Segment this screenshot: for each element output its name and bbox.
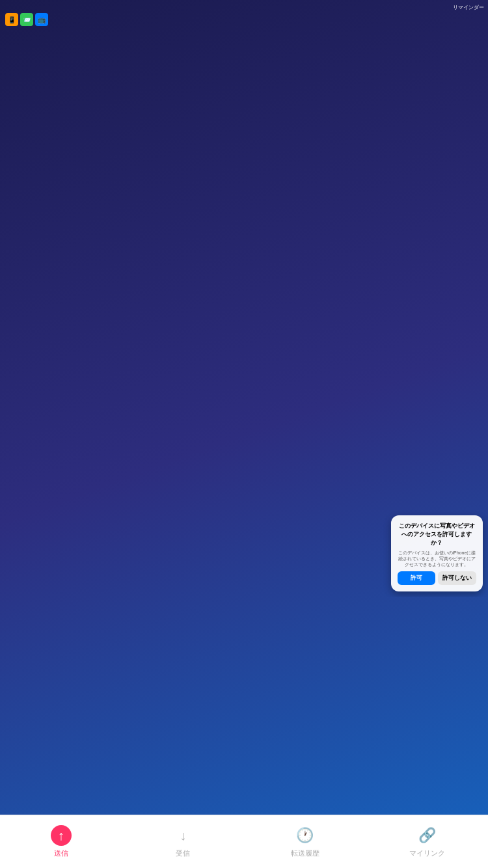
bottom-tab-mylink[interactable]: 🔗 マイリンク — [366, 820, 489, 863]
permission-dialog: このデバイスに写真やビデオへのアクセスを許可しますか？ このデバイスは、お使いの… — [391, 515, 483, 591]
send-tab-label: 送信 — [54, 848, 68, 858]
bottom-tab-bar: ↑ 送信 ↓ 受信 🕐 転送履歴 🔗 マイリンク — [0, 815, 488, 868]
mixed-section: ドキュメント 2016/07/27 • 0 KB 🏞 画像 2016/03/20… — [0, 348, 488, 631]
dialog-screenshot[interactable]: リマインダー 📱 📨 📺 このデバイスに写真やビデオへのアクセスを許可しますか？… — [370, 473, 488, 597]
bottom-tab-history[interactable]: 🕐 転送履歴 — [244, 820, 366, 863]
bottom-tab-receive[interactable]: ↓ 受信 — [122, 820, 245, 863]
photo-grid-container: 450 Z つ X さ C ⊞ Alt — [122, 348, 488, 631]
allow-button[interactable]: 許可 — [398, 571, 436, 585]
photo-bottom-row: ようこそ Apple Musicへ 今持っている音楽も、これから出会う音楽も、す… — [122, 473, 488, 597]
content-area: 2月13日 1枚の写真 写真と動画を保存 ★★★★★ 1,500 120 725 — [0, 93, 488, 714]
receive-tab-label: 受信 — [176, 848, 190, 858]
send-tab-icon: ↑ — [51, 825, 72, 846]
mylink-tab-icon: 🔗 — [416, 825, 437, 846]
mylink-tab-label: マイリンク — [409, 848, 445, 858]
receive-tab-icon: ↓ — [172, 825, 193, 846]
history-tab-label: 転送履歴 — [291, 848, 319, 858]
bottom-tab-send[interactable]: ↑ 送信 — [0, 820, 122, 863]
deny-button[interactable]: 許可しない — [438, 571, 476, 585]
history-tab-icon: 🕐 — [295, 825, 316, 846]
